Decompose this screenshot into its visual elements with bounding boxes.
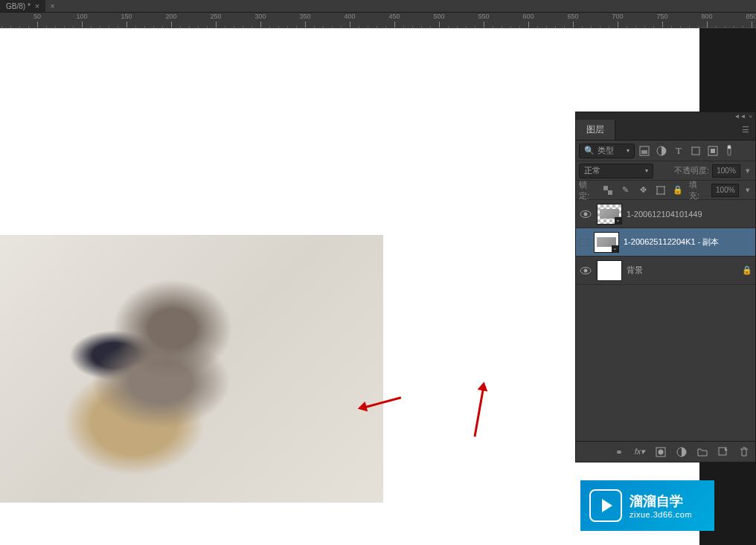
fill-label: 填充: [689, 179, 707, 201]
layer-list: ▫1-200612104101449▫1-200625112204K1 - 副本… [576, 200, 755, 285]
document-tabs: GB/8) * × × [0, 0, 756, 12]
filter-type-select[interactable]: 🔍 类型 ▾ [579, 143, 635, 158]
collapse-icon[interactable]: ◄◄ [734, 113, 746, 120]
layer-name[interactable]: 背景 [627, 265, 737, 276]
opacity-label: 不透明度: [674, 165, 709, 176]
blend-mode-select[interactable]: 正常 ▾ [579, 164, 653, 178]
filter-smart-icon[interactable] [705, 143, 720, 158]
chevron-down-icon: ▾ [645, 167, 648, 174]
smart-object-icon: ▫ [615, 217, 621, 224]
watermark: 溜溜自学 zixue.3d66.com [580, 480, 714, 531]
watermark-sub: zixue.3d66.com [630, 510, 692, 519]
watermark-text: 溜溜自学 zixue.3d66.com [630, 492, 692, 519]
panel-tabs: 图层 ☰ [576, 120, 755, 141]
svg-rect-5 [711, 149, 715, 153]
group-icon[interactable] [696, 445, 709, 459]
tab-title: GB/8) * [6, 2, 31, 10]
layer-thumbnail[interactable] [597, 260, 622, 281]
filter-adjustment-icon[interactable] [654, 143, 669, 158]
tabs-close-icon[interactable]: × [47, 1, 57, 10]
tab-label: 图层 [586, 123, 604, 136]
layer-thumbnail[interactable]: ▫ [594, 232, 619, 253]
svg-rect-3 [692, 147, 699, 155]
opacity-dropdown-icon[interactable]: ▾ [743, 166, 752, 175]
lock-label: 锁定: [579, 179, 597, 201]
blend-opacity-row: 正常 ▾ 不透明度: 100% ▾ [576, 161, 755, 181]
visibility-toggle-icon[interactable] [579, 264, 592, 277]
panel-menu-icon[interactable]: ☰ [736, 120, 755, 140]
search-icon: 🔍 [584, 146, 595, 155]
svg-point-12 [584, 212, 588, 216]
svg-point-7 [728, 145, 731, 148]
svg-rect-10 [657, 187, 664, 194]
svg-point-14 [584, 268, 588, 272]
layer-name[interactable]: 1-200612104101449 [627, 210, 752, 219]
smart-object-icon: ▫ [612, 245, 618, 252]
opacity-input[interactable]: 100% [712, 164, 740, 178]
tab-layers[interactable]: 图层 [576, 120, 615, 140]
close-panel-icon[interactable]: × [749, 113, 752, 120]
layer-row[interactable]: ▫1-200625112204K1 - 副本 [576, 228, 755, 257]
layers-panel: ◄◄ × 图层 ☰ 🔍 类型 ▾ T 正常 ▾ 不透明度: 100% ▾ 锁定:… [575, 112, 756, 462]
layer-thumbnail[interactable]: ▫ [597, 204, 622, 225]
lock-brush-icon[interactable]: ✎ [619, 184, 632, 197]
adjustment-layer-icon[interactable] [675, 445, 688, 459]
layer-name[interactable]: 1-200625112204K1 - 副本 [624, 236, 752, 248]
watermark-logo-icon [589, 489, 622, 522]
watermark-title: 溜溜自学 [630, 492, 692, 510]
lock-transparency-icon[interactable] [601, 184, 615, 197]
lock-icon[interactable]: 🔒 [742, 265, 752, 275]
lock-fill-row: 锁定: ✎ ✥ 🔒 填充: 100% ▾ [576, 181, 755, 200]
mask-icon[interactable] [654, 445, 667, 459]
chevron-down-icon: ▾ [627, 147, 630, 154]
visibility-toggle-icon[interactable] [579, 207, 592, 221]
lock-artboard-icon[interactable] [654, 184, 667, 197]
layer-list-empty[interactable] [576, 285, 755, 441]
filter-shape-icon[interactable] [688, 143, 703, 158]
ruler-horizontal[interactable]: 0501001502002503003504004505005506006507… [0, 12, 756, 28]
filter-toggle[interactable] [723, 143, 737, 158]
annotation-arrow [468, 381, 493, 438]
layers-panel-footer: ⚭ fx▾ [576, 441, 755, 462]
document-tab[interactable]: GB/8) * × [0, 0, 45, 12]
layer-filter-row: 🔍 类型 ▾ T [576, 141, 755, 161]
layer-row[interactable]: 背景🔒 [576, 257, 755, 285]
svg-rect-8 [603, 186, 608, 190]
delete-layer-icon[interactable] [737, 445, 751, 459]
blend-mode-value: 正常 [584, 165, 600, 176]
panel-header: ◄◄ × [576, 112, 755, 120]
new-layer-icon[interactable] [717, 445, 730, 459]
svg-point-16 [659, 449, 664, 454]
link-layers-icon[interactable]: ⚭ [612, 445, 626, 459]
photo-layer [0, 235, 383, 503]
layer-row[interactable]: ▫1-200612104101449 [576, 200, 755, 228]
fx-icon[interactable]: fx▾ [633, 445, 647, 459]
lock-position-icon[interactable]: ✥ [636, 184, 650, 197]
svg-rect-9 [608, 190, 612, 195]
tab-close-icon[interactable]: × [35, 1, 39, 10]
svg-rect-1 [641, 150, 647, 154]
visibility-toggle-icon[interactable] [579, 239, 589, 246]
filter-label: 类型 [598, 145, 614, 156]
fill-dropdown-icon[interactable]: ▾ [743, 185, 752, 195]
filter-pixel-icon[interactable] [637, 143, 652, 158]
fill-input[interactable]: 100% [711, 184, 739, 197]
lock-all-icon[interactable]: 🔒 [671, 184, 685, 197]
filter-type-icon[interactable]: T [671, 143, 686, 158]
